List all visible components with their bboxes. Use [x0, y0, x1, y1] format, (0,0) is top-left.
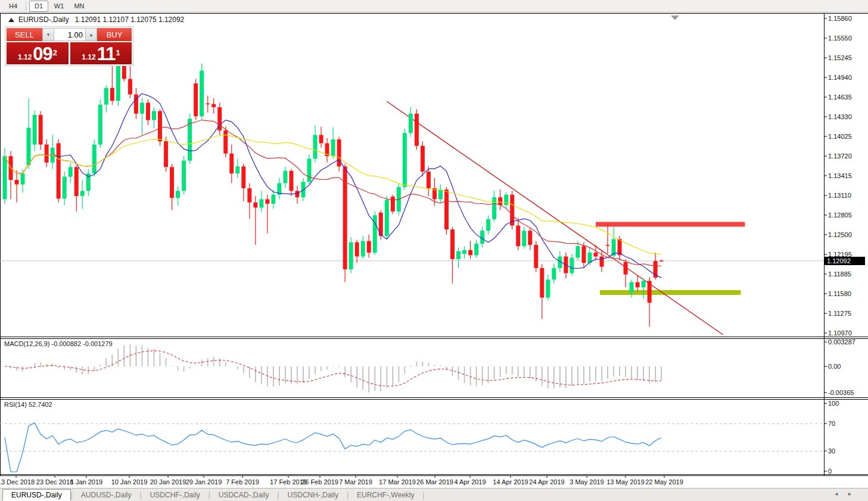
price-axis-label: 1.10970 [828, 329, 852, 337]
symbol-tab-eurusd[interactable]: EURUSD-,Daily [2, 489, 71, 501]
price-axis-label: 1.13110 [828, 192, 851, 199]
timeframe-button-h4[interactable]: H4 [4, 1, 23, 12]
sell-price-prefix: 1.12 [18, 51, 32, 63]
symbol-collapse-icon[interactable] [8, 18, 14, 22]
timeframe-button-w1[interactable]: W1 [49, 1, 69, 12]
ohlc-close: 1.12092 [158, 15, 184, 24]
indicator-axis-label: 0.00 [828, 363, 841, 370]
rsi-value: 52.7402 [29, 401, 52, 408]
date-axis-label: 10 Jan 2019 [111, 478, 148, 486]
price-axis-label: 1.13720 [828, 153, 852, 160]
chart-symbol-header: EURUSD-,Daily 1.12091 1.12107 1.12075 1.… [8, 15, 184, 24]
date-axis-label: 13 May 2019 [606, 478, 645, 486]
date-axis-label: 24 Apr 2019 [529, 478, 564, 486]
macd-value-signal: -0.001279 [83, 340, 113, 347]
current-price-tag: 1.12092 [825, 257, 865, 265]
tab-divider: | [422, 491, 424, 499]
ohlc-high: 1.12107 [102, 15, 128, 24]
volume-increase-button[interactable]: ▲ [85, 28, 97, 41]
resistance-line[interactable] [596, 222, 745, 227]
symbol-tab-usdchf[interactable]: USDCHF-,Daily [142, 490, 209, 500]
price-axis-label: 1.13415 [828, 172, 852, 179]
date-axis-label: 26 Feb 2019 [301, 478, 338, 486]
date-axis-label: 7 Feb 2019 [226, 478, 259, 486]
buy-price-button[interactable]: 1.12 11 1 [70, 42, 132, 64]
indicator-axis-label: 0 [828, 468, 832, 475]
symbol-tab-eurchf[interactable]: EURCHF-,Weekly [349, 490, 422, 500]
ohlc-low: 1.12075 [130, 15, 156, 24]
date-axis-label: 17 Mar 2019 [379, 478, 416, 486]
macd-signal-line [5, 351, 661, 387]
buy-price-main: 11 [97, 45, 116, 63]
one-click-trade-panel: SELL ▼ ▲ BUY 1.12 09 2 1.12 11 1 [5, 26, 133, 66]
date-axis-label: 26 Mar 2019 [416, 478, 453, 486]
date-axis-label: 20 Jan 2019 [150, 478, 186, 486]
sell-button[interactable]: SELL [7, 28, 42, 41]
chart-shift-marker-icon[interactable] [671, 15, 679, 20]
price-axis-label: 1.15550 [828, 35, 852, 42]
sell-price-pipette: 2 [53, 42, 57, 64]
indicator-axis-label: 70 [828, 420, 835, 427]
symbol-tab-audusd[interactable]: AUDUSD-,Daily [73, 490, 140, 500]
symbol-tab-usdcnh[interactable]: USDCNH-,Daily [279, 490, 347, 500]
date-axis-label: 1 Jan 2019 [70, 478, 102, 486]
rsi-indicator-label: RSI(14) 52.7402 [4, 401, 52, 408]
sell-price-button[interactable]: 1.12 09 2 [7, 42, 69, 64]
date-axis-label: 13 Dec 2018 [0, 478, 35, 486]
date-axis-label: 3 May 2019 [570, 478, 603, 486]
macd-value-main: -0.000882 [51, 340, 81, 347]
date-axis-label: 29 Jan 2019 [186, 478, 222, 486]
tab-scroll-right-icon: ► [847, 491, 861, 497]
indicator-axis-label: -0.00365 [828, 389, 854, 396]
macd-histogram [11, 344, 661, 393]
indicator-axis-label: 0.003287 [828, 338, 855, 346]
timeframe-button-d1[interactable]: D1 [29, 1, 48, 12]
indicator-axis-label: 30 [828, 447, 835, 455]
symbol-tab-usdcad[interactable]: USDCAD-,Daily [210, 490, 278, 500]
support-line[interactable] [600, 290, 741, 295]
price-axis-label: 1.14330 [828, 113, 852, 120]
ma-fast-line[interactable] [5, 94, 661, 278]
tab-scroll-arrows[interactable]: ◄► [833, 491, 861, 497]
price-axis-label: 1.11275 [828, 310, 851, 317]
date-axis-label: 23 Dec 2018 [36, 478, 73, 486]
buy-price-pipette: 1 [116, 42, 120, 64]
symbol-name: EURUSD-,Daily [18, 15, 69, 24]
trading-platform-window: H4D1W1MN EURUSD-,Daily 1.12091 1.12107 1… [0, 0, 868, 501]
toolbar-separator [26, 2, 26, 11]
price-axis-label: 1.12195 [828, 251, 852, 258]
date-axis-label: 7 Mar 2019 [339, 478, 372, 486]
price-axis-label: 1.11885 [828, 270, 851, 278]
date-axis-label: 14 Apr 2019 [493, 478, 528, 486]
price-axis-label: 1.14635 [828, 94, 852, 101]
rsi-line [5, 423, 661, 472]
candles-series [3, 60, 664, 326]
descending-trendline[interactable] [387, 101, 723, 334]
price-axis-label: 1.12805 [828, 211, 852, 219]
ohlc-open: 1.12091 [75, 15, 101, 24]
macd-indicator-label: MACD(12,26,9) -0.000882 -0.001279 [4, 340, 113, 347]
price-axis-label: 1.15860 [828, 15, 852, 22]
price-axis-label: 1.11580 [828, 290, 851, 297]
volume-input[interactable] [54, 28, 85, 41]
indicator-axis-label: 100 [828, 400, 839, 407]
date-axis-label: 4 Apr 2019 [454, 478, 486, 486]
price-chart-canvas[interactable] [0, 0, 868, 501]
sell-price-main: 09 [33, 45, 52, 63]
symbol-tab-bar: EURUSD-,Daily|AUDUSD-,Daily|USDCHF-,Dail… [0, 488, 868, 501]
tab-scroll-left-icon: ◄ [833, 491, 847, 497]
buy-price-prefix: 1.12 [82, 51, 95, 63]
price-axis-label: 1.15245 [828, 54, 852, 61]
volume-decrease-button[interactable]: ▼ [42, 28, 54, 41]
timeframe-button-mn[interactable]: MN [70, 1, 89, 12]
price-axis-label: 1.14025 [828, 133, 852, 140]
price-axis-label: 1.14940 [828, 74, 852, 81]
date-axis-label: 22 May 2019 [645, 478, 683, 486]
timeframe-toolbar: H4D1W1MN [0, 0, 868, 13]
buy-button[interactable]: BUY [97, 28, 132, 41]
price-axis-label: 1.12500 [828, 231, 852, 238]
